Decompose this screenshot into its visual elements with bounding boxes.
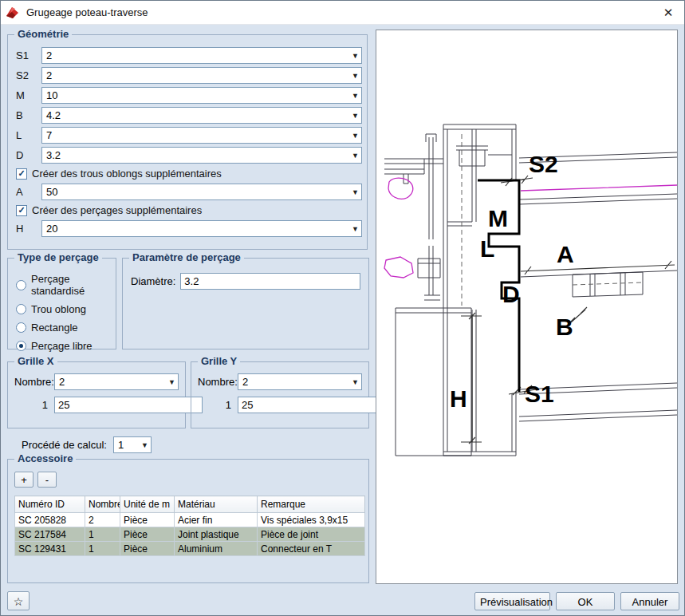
table-cell: SC 129431 [15, 542, 85, 556]
column-header[interactable]: Remarque [258, 496, 365, 513]
check-icon: ✓ [18, 206, 25, 215]
chevron-down-icon[interactable]: ▼ [349, 52, 361, 60]
dim-label-l: L [480, 235, 494, 262]
chevron-down-icon[interactable]: ▼ [349, 378, 361, 386]
table-cell: Acier fin [175, 513, 258, 527]
radio-icon[interactable] [16, 304, 26, 314]
calc-method-dropdown[interactable]: 1▼ [113, 436, 152, 453]
radio-label: Perçage standardisé [31, 273, 111, 297]
chevron-down-icon[interactable]: ▼ [349, 72, 361, 80]
cancel-button[interactable]: Annuler [620, 592, 679, 610]
ok-button[interactable]: OK [556, 592, 615, 610]
field-label-l: L [16, 129, 41, 141]
group-grille-x-title: Grille X [14, 356, 57, 367]
chevron-down-icon[interactable]: ▼ [349, 152, 361, 160]
table-cell: Vis spéciales 3,9x15 [258, 513, 365, 527]
column-header[interactable]: Numéro ID [15, 496, 85, 513]
chevron-down-icon[interactable]: ▼ [349, 225, 361, 233]
grille-x-value-input[interactable] [54, 397, 203, 413]
grille-y-nombre-value: 2 [238, 374, 349, 389]
check-icon: ✓ [18, 169, 25, 178]
remove-accessory-button[interactable]: - [37, 472, 57, 488]
table-cell: Connecteur en T [258, 542, 365, 556]
table-cell: 1 [85, 542, 120, 556]
close-icon[interactable]: ✕ [657, 2, 679, 23]
drill-checkbox[interactable]: ✓ [16, 205, 27, 216]
favorite-button[interactable]: ☆ [7, 591, 30, 610]
group-geometrie: Géométrie S1 2▼ S2 2▼ M 10▼ B 4.2▼ L 7▼ … [7, 34, 368, 250]
dim-label-b: B [556, 314, 573, 340]
oblong-checkbox-label: Créer des trous oblongs supplémentaires [32, 168, 222, 180]
radio-icon[interactable] [16, 280, 26, 290]
h-value: 20 [42, 221, 349, 236]
nombre-label: Nombre: [198, 376, 238, 388]
group-type-percage: Type de perçage Perçage standardisé Trou… [7, 258, 116, 349]
column-header[interactable]: Matériau [175, 496, 258, 513]
table-row[interactable]: SC 217584 1 Pièce Joint plastique Pièce … [15, 527, 365, 542]
radio-icon[interactable] [16, 322, 26, 333]
grille-y-value-input[interactable] [238, 397, 386, 413]
group-parametre-percage: Paramètre de perçage Diamètre: [122, 258, 369, 349]
field-label-m: M [16, 89, 41, 101]
radio-trou-oblong[interactable]: Trou oblong [16, 303, 111, 315]
table-cell: Pièce [120, 513, 175, 527]
s2-dropdown[interactable]: 2▼ [41, 67, 362, 84]
chevron-down-icon[interactable]: ▼ [349, 132, 361, 140]
diametre-input[interactable] [180, 273, 360, 290]
table-cell: 1 [85, 527, 120, 542]
group-grille-y-title: Grille Y [198, 356, 240, 367]
dim-label-h: H [450, 385, 467, 412]
grille-y-nombre-dropdown[interactable]: 2▼ [238, 373, 362, 390]
group-grille-y: Grille Y Nombre: 2▼ 1 [191, 361, 369, 428]
calc-method-row: Procédé de calcul: 1▼ [22, 436, 152, 453]
a-value: 50 [42, 184, 349, 199]
radio-label: Perçage libre [31, 340, 93, 352]
star-icon: ☆ [14, 595, 24, 608]
drill-checkbox-label: Créer des perçages supplémentaires [32, 204, 202, 216]
titlebar[interactable]: Grugeage poteau-traverse ✕ [1, 1, 684, 25]
calc-method-label: Procédé de calcul: [22, 439, 107, 451]
table-cell: SC 205828 [15, 513, 85, 527]
group-grille-x: Grille X Nombre: 2▼ 1 [7, 361, 186, 428]
chevron-down-icon[interactable]: ▼ [166, 378, 178, 386]
previsualisation-button[interactable]: Prévisualisation [474, 592, 550, 610]
a-dropdown[interactable]: 50▼ [41, 184, 362, 200]
field-label-d: D [16, 149, 41, 161]
m-value: 10 [42, 88, 349, 103]
d-value: 3.2 [42, 148, 349, 163]
radio-label: Trou oblong [31, 303, 86, 315]
radio-rectangle[interactable]: Rectangle [16, 322, 111, 334]
diametre-label: Diamètre: [131, 275, 175, 287]
d-dropdown[interactable]: 3.2▼ [41, 147, 362, 164]
grille-x-nombre-dropdown[interactable]: 2▼ [54, 373, 179, 390]
radio-percage-standardise[interactable]: Perçage standardisé [16, 273, 111, 297]
column-header[interactable]: Nombre [85, 496, 120, 513]
table-row[interactable]: SC 205828 2 Pièce Acier fin Vis spéciale… [15, 513, 365, 527]
dim-label-a: A [557, 241, 574, 267]
add-accessory-button[interactable]: + [14, 472, 33, 488]
h-dropdown[interactable]: 20▼ [41, 220, 362, 237]
field-label-s2: S2 [16, 69, 41, 81]
m-dropdown[interactable]: 10▼ [41, 87, 362, 104]
field-label-a: A [16, 186, 41, 198]
radio-percage-libre[interactable]: Perçage libre [16, 340, 111, 352]
accessory-table: Numéro ID Nombre Unité de m Matériau Rem… [14, 496, 365, 556]
chevron-down-icon[interactable]: ▼ [349, 92, 361, 100]
s2-value: 2 [42, 68, 349, 83]
column-header[interactable]: Unité de m [120, 496, 175, 513]
group-accessoire-title: Accessoire [14, 453, 76, 464]
s1-dropdown[interactable]: 2▼ [41, 47, 362, 64]
radio-label: Rectangle [31, 322, 78, 334]
chevron-down-icon[interactable]: ▼ [349, 188, 361, 196]
table-row[interactable]: SC 129431 1 Pièce Aluminium Connecteur e… [15, 542, 365, 556]
l-dropdown[interactable]: 7▼ [41, 127, 362, 144]
chevron-down-icon[interactable]: ▼ [349, 112, 361, 120]
l-value: 7 [42, 128, 349, 143]
b-dropdown[interactable]: 4.2▼ [41, 107, 362, 124]
field-label-s1: S1 [16, 49, 41, 61]
table-cell: SC 217584 [15, 527, 85, 542]
radio-icon[interactable] [16, 341, 26, 351]
oblong-checkbox[interactable]: ✓ [16, 168, 27, 180]
chevron-down-icon[interactable]: ▼ [139, 441, 151, 449]
window-title: Grugeage poteau-traverse [26, 6, 657, 18]
